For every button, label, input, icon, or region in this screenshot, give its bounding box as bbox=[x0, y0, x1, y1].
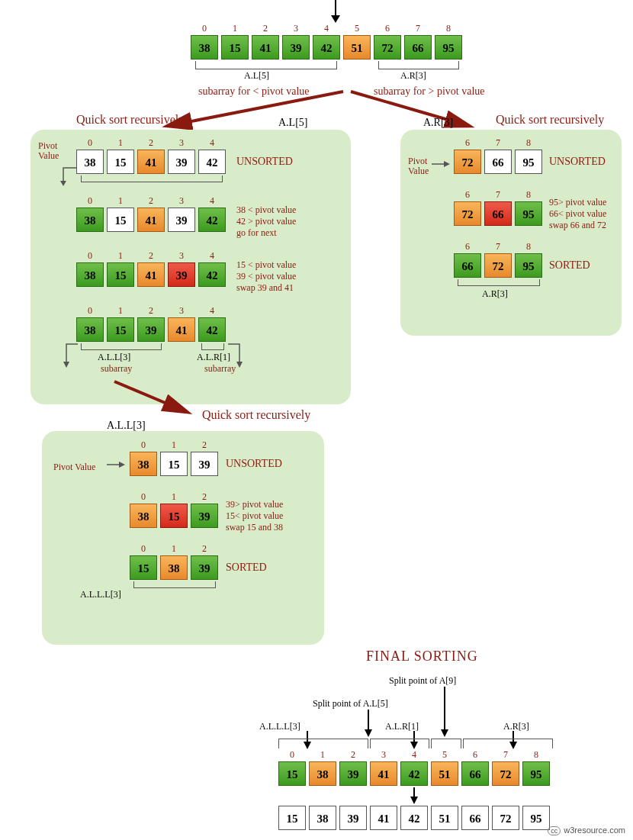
f-c2: 39 bbox=[339, 761, 367, 786]
b2-idx-1: 1 bbox=[160, 491, 188, 503]
l4-c4: 42 bbox=[198, 317, 226, 342]
l2-c0: 38 bbox=[76, 208, 104, 232]
l3-idx-0: 0 bbox=[76, 250, 104, 262]
l1-c3: 39 bbox=[168, 150, 195, 174]
svg-marker-9 bbox=[236, 362, 243, 368]
bottom-pivot-label: Pivot Value bbox=[53, 462, 95, 473]
l2-c1: 15 bbox=[107, 208, 134, 232]
r1-note: UNSORTED bbox=[549, 156, 606, 168]
top-idx-6: 6 bbox=[374, 23, 401, 34]
bottom-header: A.L.L[3] bbox=[107, 420, 146, 432]
bottom-pivot-arrow-icon bbox=[107, 459, 127, 470]
top-idx-4: 4 bbox=[313, 23, 340, 34]
title-qsr-bottom: Quick sort recursively bbox=[202, 408, 310, 422]
final-bracket-4 bbox=[463, 739, 553, 748]
b1-c2: 39 bbox=[191, 452, 218, 476]
l1-c1: 15 bbox=[107, 150, 134, 174]
top-bracket-right bbox=[378, 61, 459, 69]
r1-idx-0: 6 bbox=[454, 137, 481, 149]
b2-c1: 15 bbox=[160, 504, 188, 528]
l2-idx-4: 4 bbox=[198, 195, 226, 207]
left-alr-label: A.L.R[1] bbox=[197, 352, 230, 363]
svg-marker-27 bbox=[410, 797, 418, 804]
l2-idx-0: 0 bbox=[76, 195, 104, 207]
entry-arrow-icon bbox=[328, 0, 343, 23]
f-c6: 66 bbox=[461, 761, 489, 786]
title-qsr-right: Quick sort recursively bbox=[496, 113, 604, 127]
r1-c2: 95 bbox=[515, 150, 542, 174]
s-c0: 15 bbox=[278, 806, 306, 830]
l1-idx-1: 1 bbox=[107, 137, 134, 149]
l4-idx-4: 4 bbox=[198, 305, 226, 317]
s-c5: 51 bbox=[431, 806, 458, 830]
l1-c4: 42 bbox=[198, 150, 226, 174]
r3-idx-1: 7 bbox=[484, 241, 512, 253]
svg-marker-8 bbox=[63, 362, 69, 368]
top-idx-5: 5 bbox=[343, 23, 371, 34]
top-idx-1: 1 bbox=[221, 23, 249, 34]
top-bracket-left bbox=[195, 61, 337, 69]
l2-c3: 39 bbox=[168, 208, 195, 232]
l3-idx-4: 4 bbox=[198, 250, 226, 262]
r3-c2: 95 bbox=[515, 253, 542, 278]
f-c5: 51 bbox=[431, 761, 458, 786]
r1-idx-1: 7 bbox=[484, 137, 512, 149]
b2-note: 39> pivot value 15< pivot value swap 15 … bbox=[226, 499, 283, 533]
s-c1: 38 bbox=[309, 806, 336, 830]
l1-idx-2: 2 bbox=[137, 137, 165, 149]
f-idx-3: 3 bbox=[370, 749, 397, 761]
final-bracket-3 bbox=[431, 739, 461, 748]
b3-note: SORTED bbox=[226, 562, 267, 574]
r3-idx-2: 8 bbox=[515, 241, 542, 253]
footer-attribution: ccw3resource.com bbox=[548, 826, 625, 835]
final-split-a9: Split point of A[9] bbox=[389, 675, 456, 687]
l3-c2: 41 bbox=[137, 262, 165, 287]
f-c3: 41 bbox=[370, 761, 397, 786]
svg-marker-19 bbox=[365, 729, 372, 737]
b1-c0: 38 bbox=[130, 452, 157, 476]
l2-idx-3: 3 bbox=[168, 195, 195, 207]
f-idx-0: 0 bbox=[278, 749, 306, 761]
l3-idx-2: 2 bbox=[137, 250, 165, 262]
l4-idx-3: 3 bbox=[168, 305, 195, 317]
l3-c4: 42 bbox=[198, 262, 226, 287]
l1-note: UNSORTED bbox=[236, 156, 293, 168]
top-idx-8: 8 bbox=[435, 23, 462, 34]
l1-idx-4: 4 bbox=[198, 137, 226, 149]
s-c4: 42 bbox=[400, 806, 428, 830]
top-cell-4: 42 bbox=[313, 35, 340, 60]
b1-note: UNSORTED bbox=[226, 458, 282, 470]
top-cell-0: 38 bbox=[191, 35, 218, 60]
r2-idx-2: 8 bbox=[515, 189, 542, 201]
l3-c0: 38 bbox=[76, 262, 104, 287]
l4-idx-2: 2 bbox=[137, 305, 165, 317]
l3-c3: 39 bbox=[168, 262, 195, 287]
l4-idx-0: 0 bbox=[76, 305, 104, 317]
l3-idx-1: 1 bbox=[107, 250, 134, 262]
b3-c2: 39 bbox=[191, 555, 218, 580]
svg-marker-15 bbox=[119, 462, 125, 468]
s-c8: 95 bbox=[522, 806, 550, 830]
svg-line-3 bbox=[168, 92, 343, 126]
final-split-al5: Split point of A.L[5] bbox=[313, 698, 388, 710]
top-cell-1: 15 bbox=[221, 35, 249, 60]
l4-bracket-left bbox=[81, 343, 162, 350]
svg-marker-11 bbox=[444, 161, 450, 167]
r3-c0: 66 bbox=[454, 253, 481, 278]
f-c4: 42 bbox=[400, 761, 428, 786]
final-bracket-2 bbox=[370, 739, 429, 748]
right-pivot-label: Pivot Value bbox=[408, 156, 429, 176]
r3-note: SORTED bbox=[549, 259, 590, 272]
svg-marker-17 bbox=[441, 729, 448, 737]
l2-c2: 41 bbox=[137, 208, 165, 232]
final-arrow-al5-icon bbox=[363, 710, 374, 737]
b3-c1: 38 bbox=[160, 555, 188, 580]
f-c8: 95 bbox=[522, 761, 550, 786]
r2-c2: 95 bbox=[515, 201, 542, 226]
b2-idx-0: 0 bbox=[130, 491, 157, 503]
s-c3: 41 bbox=[370, 806, 397, 830]
left-header: A.L[5] bbox=[278, 117, 308, 129]
l4-c3: 41 bbox=[168, 317, 195, 342]
f-idx-5: 5 bbox=[431, 749, 458, 761]
l1-idx-3: 3 bbox=[168, 137, 195, 149]
